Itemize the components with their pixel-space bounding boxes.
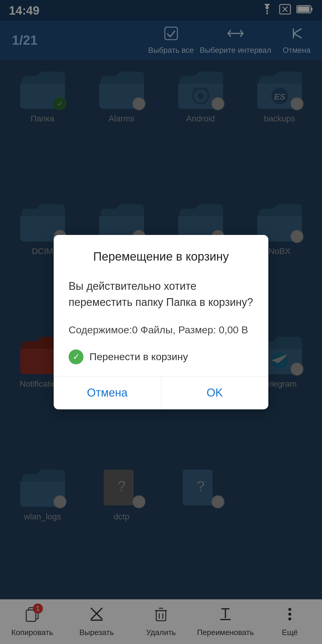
modal-buttons: Отмена OK (54, 377, 268, 409)
trash-confirm-modal: Перемещение в корзину Вы действительно х… (54, 235, 268, 409)
modal-cancel-button[interactable]: Отмена (54, 377, 161, 409)
modal-title: Перемещение в корзину (54, 235, 268, 272)
modal-option: ✓ Перенести в корзину (69, 349, 253, 364)
modal-ok-button[interactable]: OK (161, 377, 269, 409)
option-check-icon: ✓ (69, 349, 83, 364)
modal-overlay: Перемещение в корзину Вы действительно х… (0, 0, 322, 644)
modal-body: Вы действительно хотите переместить папк… (54, 272, 268, 376)
modal-info: Содержимое:0 Файлы, Размер: 0,00 В (69, 322, 253, 338)
modal-message: Вы действительно хотите переместить папк… (69, 278, 253, 310)
modal-option-label: Перенести в корзину (89, 351, 188, 363)
